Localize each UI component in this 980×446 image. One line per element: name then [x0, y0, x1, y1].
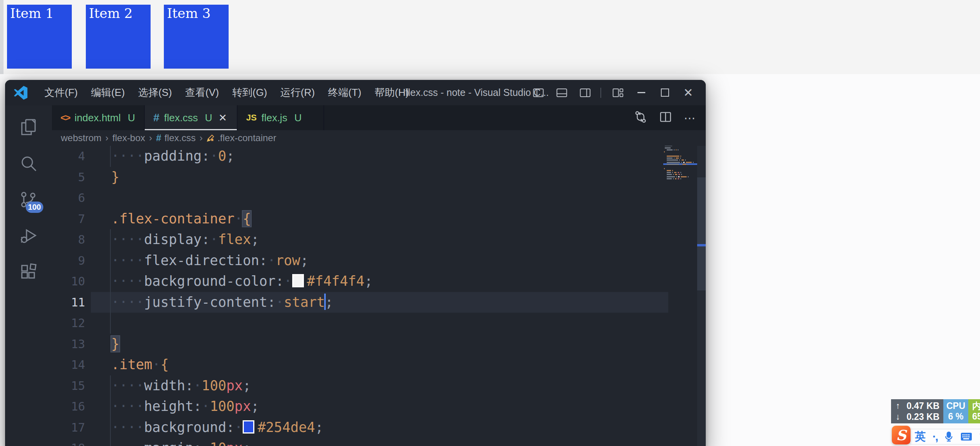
code-line-7: 7.flex-container·{: [52, 209, 706, 230]
customize-layout-icon[interactable]: [611, 86, 625, 99]
symbol-class-icon: [206, 134, 215, 142]
menu-item-6[interactable]: 终端(T): [321, 80, 368, 105]
minimap-bar: [680, 178, 681, 179]
minimap-bar: [672, 172, 673, 173]
token: ·: [194, 378, 202, 393]
menu-item-1[interactable]: 编辑(E): [84, 80, 131, 105]
code-line-17: 17····background:·#254de4;: [52, 417, 706, 438]
token: 100: [210, 398, 234, 414]
cpu-value: 6 %: [948, 411, 964, 422]
tab-flex.js[interactable]: JSflex.jsU: [238, 105, 324, 130]
token: ;: [251, 232, 259, 247]
token: :: [226, 419, 234, 435]
minimap-bar: [667, 156, 679, 157]
menu-item-2[interactable]: 选择(S): [131, 80, 179, 105]
minimap-bar: [674, 158, 675, 159]
keyboard-icon[interactable]: [960, 432, 972, 441]
memory-label: 内: [972, 401, 980, 411]
minimap-bar: [676, 158, 679, 159]
flex-item-2: Item 2: [86, 5, 151, 69]
token: flex: [218, 232, 251, 247]
breadcrumb-.flex-container[interactable]: ›.flex-container: [195, 133, 276, 143]
minimap-bar: [667, 174, 672, 175]
run-debug-icon[interactable]: [17, 224, 40, 248]
token: ;: [300, 253, 309, 268]
compare-changes-icon[interactable]: [634, 110, 647, 125]
ime-punctuation-toggle[interactable]: ·,: [932, 430, 937, 443]
token: display: [144, 232, 202, 247]
menu-item-0[interactable]: 文件(F): [38, 80, 84, 105]
microphone-icon[interactable]: [944, 431, 954, 442]
search-icon[interactable]: [17, 152, 40, 175]
color-swatch[interactable]: [292, 274, 304, 287]
tab-label: flex.js: [261, 112, 287, 124]
token: :: [275, 273, 284, 289]
git-status-badge: U: [294, 112, 302, 124]
tab-index.html[interactable]: <>index.htmlU: [52, 105, 145, 130]
menu-item-3[interactable]: 查看(V): [179, 80, 226, 105]
token: ;: [325, 294, 333, 310]
code-line-5: 5}: [52, 167, 706, 188]
token: ····: [111, 273, 144, 289]
more-actions-icon[interactable]: ⋯: [684, 111, 696, 125]
token: px: [226, 378, 243, 393]
scrollbar-slider[interactable]: [697, 177, 706, 290]
minimap-bar: [681, 174, 682, 175]
minimize-button[interactable]: [635, 86, 648, 99]
maximize-button[interactable]: [658, 86, 671, 99]
html-file-icon: <>: [60, 112, 70, 123]
window-controls: ✕: [522, 80, 706, 105]
line-number: 7: [52, 209, 85, 230]
breadcrumb-label: flex-box: [112, 133, 145, 143]
menu-item-5[interactable]: 运行(R): [274, 80, 321, 105]
menu-item-4[interactable]: 转到(G): [225, 80, 274, 105]
close-button[interactable]: ✕: [682, 86, 695, 99]
breadcrumb-flex.css[interactable]: ›#flex.css: [145, 133, 195, 143]
code-editor[interactable]: 4····padding:·0;5}67.flex-container·{8··…: [52, 146, 706, 446]
minimap-bar: [686, 162, 692, 163]
tab-label: flex.css: [164, 112, 198, 124]
upload-speed: 0.47 KB: [907, 401, 939, 411]
tab-close-icon[interactable]: ✕: [218, 112, 227, 124]
token: ····: [111, 253, 144, 268]
toggle-secondary-sidebar-icon[interactable]: [579, 86, 592, 99]
line-number: 10: [52, 271, 85, 292]
token: ····: [111, 232, 144, 247]
color-swatch[interactable]: [243, 420, 254, 434]
title-bar[interactable]: 文件(F)编辑(E)选择(S)查看(V)转到(G)运行(R)终端(T)帮助(H)…: [5, 80, 706, 105]
toggle-panel-icon[interactable]: [555, 86, 568, 99]
browser-flex-container: Item 1 Item 2 Item 3: [0, 0, 980, 74]
breadcrumb-webstrom[interactable]: webstrom: [61, 133, 101, 143]
minimap-bar: [680, 164, 681, 165]
source-control-icon[interactable]: 100: [17, 188, 40, 211]
token: 0: [218, 148, 226, 164]
sogou-logo[interactable]: S: [892, 426, 911, 444]
split-editor-icon[interactable]: [659, 110, 672, 125]
line-number: 5: [52, 167, 85, 188]
minimap-bar: [665, 147, 671, 149]
token: ;: [251, 398, 259, 414]
tab-bar: <>index.htmlU#flex.cssU✕JSflex.jsU ⋯: [52, 105, 706, 130]
code-line-13: 13}: [52, 334, 706, 355]
minimap-bar: [685, 159, 686, 161]
ime-language-toggle[interactable]: 英: [915, 429, 926, 444]
token: ····: [111, 419, 144, 435]
extensions-icon[interactable]: [17, 260, 40, 284]
browser-scrollbar[interactable]: [0, 0, 4, 74]
tab-flex.css[interactable]: #flex.cssU✕: [145, 105, 238, 130]
minimap-bar: [675, 178, 676, 179]
minimap[interactable]: [663, 146, 696, 180]
toggle-primary-sidebar-icon[interactable]: [532, 86, 545, 99]
minimap-bar: [680, 156, 681, 157]
explorer-icon[interactable]: [17, 115, 40, 139]
breadcrumb-flex-box[interactable]: ›flex-box: [101, 133, 145, 143]
token: 100: [202, 378, 226, 393]
minimap-row: [663, 178, 696, 180]
editor-scrollbar[interactable]: [697, 146, 706, 446]
minimap-bar: [681, 176, 687, 177]
vscode-logo-icon: [14, 86, 28, 100]
minimap-bar: [676, 149, 676, 150]
titlebar-divider: [600, 88, 601, 98]
minimap-bar: [683, 162, 685, 163]
upload-arrow-icon: ↑: [896, 401, 900, 411]
